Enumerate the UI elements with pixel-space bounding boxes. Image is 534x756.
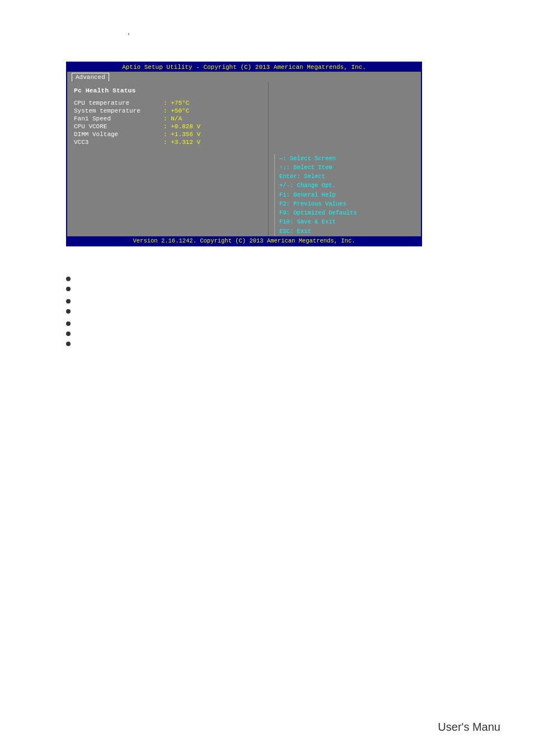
bullet-item [66,307,402,314]
bios-help-line: F1: General Help [279,190,415,199]
bios-row-label: VCC3 [74,139,163,146]
bullet-item [66,339,402,346]
bios-row-value: : +3.312 V [163,139,200,146]
bullet-group [66,297,402,314]
bullet-item [66,284,402,291]
bios-help-line: F2: Previous Values [279,199,415,208]
bios-section-title: Pc Health Status [74,87,261,94]
bullet-dot-icon [66,287,71,291]
bios-help-line: +/-: Change Opt. [279,181,415,190]
bullet-dot-icon [66,332,71,336]
bios-row-value: : N/A [163,115,182,122]
bullet-item [66,319,402,326]
bios-row-value: : +0.828 V [163,123,200,130]
users-manu: User's Manu [438,721,500,734]
bios-right-panel: ↔: Select Screen↑↓: Select ItemEnter: Se… [269,82,421,240]
bios-row-value: : +1.356 V [163,131,200,138]
bios-help-line: F10: Save & Exit [279,217,415,226]
bullet-group [66,274,402,291]
bios-left-panel: Pc Health Status CPU temperature: +75°CS… [67,82,269,240]
bios-data-row: CPU temperature: +75°C [74,100,261,106]
bios-data-row: DIMM Voltage: +1.356 V [74,131,261,138]
bullet-dot-icon [66,321,71,326]
bios-tab-advanced[interactable]: Advanced [72,73,109,81]
bios-data-row: VCC3: +3.312 V [74,139,261,146]
bios-main: Pc Health Status CPU temperature: +75°CS… [67,82,421,240]
bullet-group [66,319,402,346]
bios-screenshot: Aptio Setup Utility - Copyright (C) 2013… [66,62,422,246]
bullet-dot-icon [66,309,71,314]
bullet-dot-icon [66,342,71,346]
bios-topbar: Aptio Setup Utility - Copyright (C) 2013… [67,63,421,72]
bios-row-value: : +75°C [163,100,189,106]
bios-help-line: ESC: Exit [279,227,415,236]
bios-row-value: : +50°C [163,108,189,114]
bullets-section [66,274,402,352]
bios-help-line: ↔: Select Screen [279,154,415,163]
bios-row-label: Fan1 Speed [74,115,163,122]
bios-help-line: F9: Optimized Defaults [279,208,415,217]
bullet-item [66,329,402,336]
top-mark: , [128,27,130,36]
bios-help: ↔: Select Screen↑↓: Select ItemEnter: Se… [274,154,415,236]
bios-row-label: DIMM Voltage [74,131,163,138]
bullet-dot-icon [66,299,71,304]
bullet-dot-icon [66,277,71,281]
bios-data-row: System temperature: +50°C [74,108,261,114]
bios-rows: CPU temperature: +75°CSystem temperature… [74,100,261,146]
bios-bottombar: Version 2.16.1242. Copyright (C) 2013 Am… [67,236,421,245]
bullet-item [66,274,402,281]
bullet-item [66,297,402,304]
bios-tabrow: Advanced [67,72,421,82]
bios-data-row: CPU VCORE: +0.828 V [74,123,261,130]
bios-row-label: System temperature [74,108,163,114]
bios-row-label: CPU VCORE [74,123,163,130]
bios-help-line: ↑↓: Select Item [279,163,415,172]
bios-data-row: Fan1 Speed: N/A [74,115,261,122]
bios-row-label: CPU temperature [74,100,163,106]
page-container: , Aptio Setup Utility - Copyright (C) 20… [0,0,534,756]
bios-help-line: Enter: Select [279,172,415,181]
